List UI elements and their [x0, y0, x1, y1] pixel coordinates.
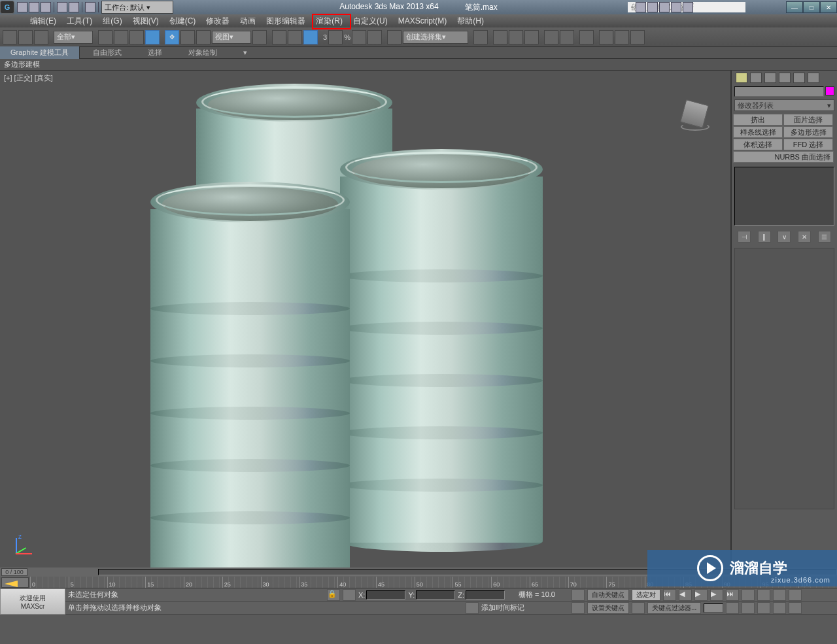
- panel-btn-volume[interactable]: 体积选择: [733, 139, 783, 150]
- panel-tab-display-icon[interactable]: [793, 73, 805, 83]
- rotate-button[interactable]: [180, 30, 195, 44]
- cylinder-right[interactable]: [340, 149, 543, 552]
- move-button[interactable]: ✥: [165, 30, 179, 44]
- keyfilter-button[interactable]: 关键点过滤器...: [647, 602, 701, 614]
- render-setup-button[interactable]: [599, 30, 613, 44]
- ribbon-tab-graphite[interactable]: Graphite 建模工具: [0, 46, 80, 59]
- menu-edit[interactable]: 编辑(E): [30, 16, 56, 27]
- coord-y-input[interactable]: [416, 590, 455, 600]
- menu-customize[interactable]: 自定义(U): [353, 16, 388, 27]
- mirror-button[interactable]: [473, 30, 488, 44]
- modifier-list-dropdown[interactable]: 修改器列表▾: [734, 99, 834, 111]
- rollout-area[interactable]: [734, 248, 834, 509]
- lock-icon[interactable]: 🔒: [327, 589, 340, 601]
- search-icon[interactable]: [636, 2, 646, 12]
- snaps-button[interactable]: [303, 30, 318, 44]
- undo-icon[interactable]: [57, 2, 67, 12]
- viewcube[interactable]: [678, 97, 711, 129]
- goto-start-icon[interactable]: ⏮: [663, 589, 676, 601]
- nav-region-icon[interactable]: [757, 602, 770, 614]
- goto-end-icon[interactable]: ⏭: [726, 589, 739, 601]
- menu-group[interactable]: 组(G): [103, 16, 122, 27]
- menu-rendering[interactable]: 渲染(R): [316, 16, 343, 27]
- panel-btn-nurbs[interactable]: NURBS 曲面选择: [733, 151, 834, 163]
- make-unique-button[interactable]: ∨: [777, 231, 791, 243]
- object-name-input[interactable]: [734, 86, 824, 97]
- select-name-button[interactable]: [114, 30, 128, 44]
- coord-x-input[interactable]: [366, 590, 405, 600]
- nav-walk-icon[interactable]: [773, 602, 786, 614]
- keyfilter-icon[interactable]: [632, 602, 645, 614]
- viewport[interactable]: [+] [正交] [真实]: [0, 71, 731, 568]
- redo-icon[interactable]: [69, 2, 79, 12]
- save-icon[interactable]: [41, 2, 51, 12]
- curve-editor-button[interactable]: [544, 30, 558, 44]
- remove-mod-button[interactable]: ✕: [798, 231, 811, 243]
- menu-help[interactable]: 帮助(H): [457, 16, 484, 27]
- panel-tab-hierarchy-icon[interactable]: [764, 73, 776, 83]
- tag-icon[interactable]: [466, 602, 479, 614]
- panel-tab-create-icon[interactable]: [736, 73, 747, 83]
- maxscript-listener[interactable]: 欢迎使用MAXScr: [0, 588, 65, 615]
- maximize-button[interactable]: □: [803, 1, 820, 13]
- subscription-icon[interactable]: [647, 2, 658, 12]
- minimize-button[interactable]: —: [786, 1, 803, 13]
- add-time-tag[interactable]: 添加时间标记: [481, 603, 524, 613]
- menu-tools[interactable]: 工具(T): [67, 16, 92, 27]
- manipulate-button[interactable]: [272, 30, 286, 44]
- panel-btn-extrude[interactable]: 挤出: [733, 114, 783, 126]
- menu-graph[interactable]: 图形编辑器: [266, 16, 305, 27]
- panel-btn-patch[interactable]: 面片选择: [783, 114, 833, 126]
- play-icon[interactable]: ▶: [694, 589, 708, 601]
- menu-views[interactable]: 视图(V): [133, 16, 159, 27]
- edit-named-button[interactable]: [387, 30, 401, 44]
- help-icon[interactable]: [683, 2, 693, 12]
- menu-create[interactable]: 创建(C): [169, 16, 196, 27]
- autokey-button[interactable]: 自动关键点: [587, 589, 629, 601]
- percent-snap-button[interactable]: [352, 30, 366, 44]
- ribbon-tab-freeform[interactable]: 自由形式: [80, 46, 135, 59]
- layers-button[interactable]: [509, 30, 523, 44]
- nav-fov-icon[interactable]: [742, 602, 755, 614]
- select-region-button[interactable]: [129, 30, 144, 44]
- close-button[interactable]: ✕: [820, 1, 837, 13]
- menu-maxscript[interactable]: MAXScript(M): [398, 16, 447, 25]
- keyboard-button[interactable]: [288, 30, 302, 44]
- panel-btn-ffd[interactable]: FFD 选择: [783, 139, 833, 150]
- nav-zoomall-icon[interactable]: [757, 589, 770, 601]
- frame-input[interactable]: [704, 603, 723, 613]
- panel-tab-modify-icon[interactable]: [750, 73, 762, 83]
- nav-zoom-icon[interactable]: [742, 589, 755, 601]
- play-prev-icon[interactable]: [572, 589, 585, 601]
- panel-tab-utilities-icon[interactable]: [808, 73, 819, 83]
- trackbar-toggle[interactable]: [1, 577, 29, 588]
- favorite-icon[interactable]: [671, 2, 681, 12]
- new-icon[interactable]: [17, 2, 27, 12]
- align-button[interactable]: [493, 30, 507, 44]
- nav-orbit-icon[interactable]: [789, 589, 802, 601]
- layer-manager-button[interactable]: [524, 30, 539, 44]
- modifier-stack[interactable]: [734, 167, 834, 226]
- angle-snap-button[interactable]: [328, 30, 343, 44]
- prev-frame-icon[interactable]: ◀: [679, 589, 692, 601]
- exchange-icon[interactable]: [659, 2, 670, 12]
- nav-max-icon[interactable]: [789, 602, 802, 614]
- window-crossing-button[interactable]: [145, 30, 160, 44]
- spinner-snap-button[interactable]: [367, 30, 382, 44]
- selected-button[interactable]: 选定对: [632, 589, 660, 601]
- nav-pan-icon[interactable]: [773, 589, 786, 601]
- scale-button[interactable]: [196, 30, 211, 44]
- bind-button[interactable]: [34, 30, 48, 44]
- pin-stack-button[interactable]: ⊣: [738, 231, 751, 243]
- material-editor-button[interactable]: [579, 30, 594, 44]
- show-end-button[interactable]: ‖: [758, 231, 771, 243]
- coord-z-input[interactable]: [466, 590, 505, 600]
- selection-filter-dropdown[interactable]: 全部 ▾: [54, 31, 93, 44]
- setkey-icon[interactable]: [572, 602, 585, 614]
- panel-btn-spline[interactable]: 样条线选择: [733, 126, 783, 138]
- ribbon-tab-selection[interactable]: 选择: [135, 46, 175, 59]
- link-icon[interactable]: [85, 2, 95, 12]
- next-frame-icon[interactable]: ▶: [710, 589, 723, 601]
- render-frame-button[interactable]: [615, 30, 629, 44]
- time-slider-handle[interactable]: 0 / 100: [1, 568, 27, 576]
